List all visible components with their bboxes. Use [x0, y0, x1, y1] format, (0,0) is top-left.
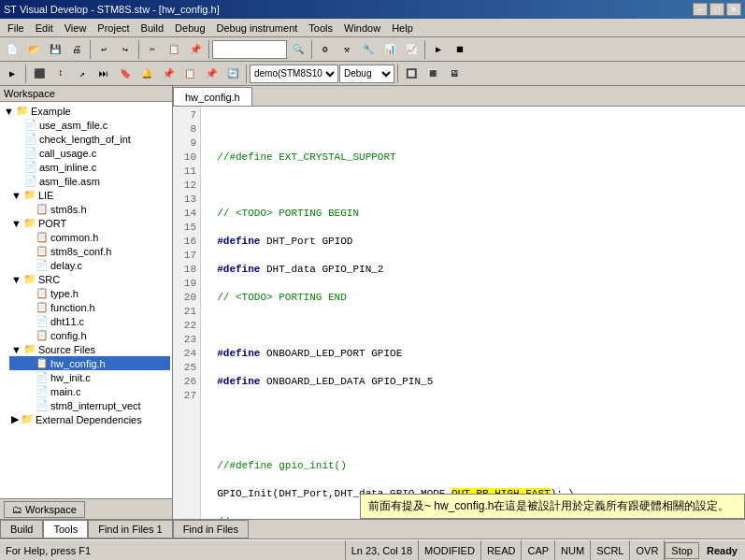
file-check-length[interactable]: 📄 check_length_of_int: [9, 132, 170, 146]
debug-btn7[interactable]: 📌: [158, 64, 179, 84]
search-input[interactable]: [212, 40, 287, 59]
file-icon: 📄: [24, 175, 37, 187]
new-button[interactable]: 📄: [2, 39, 22, 60]
code-line-15: #define ONBOARD_LED_PORT GPIOE: [205, 347, 741, 361]
minimize-button[interactable]: ─: [693, 3, 708, 16]
tb-btn6[interactable]: ⚒: [337, 39, 357, 60]
extra-btn3[interactable]: 🖥: [444, 64, 465, 84]
workspace-tab-button[interactable]: 🗂 Workspace: [4, 501, 85, 518]
tb-btn7[interactable]: 🔧: [358, 39, 379, 60]
file-hw-init-c[interactable]: 📄 hw_init.c: [9, 370, 170, 384]
folder-label: External Dependencies: [36, 414, 142, 425]
file-config-h[interactable]: 📋 config.h: [9, 328, 170, 342]
debug-btn6[interactable]: 🔔: [136, 64, 157, 84]
save-button[interactable]: 💾: [45, 39, 65, 60]
tab-find-files-1[interactable]: Find in Files 1: [88, 520, 172, 538]
redo-button[interactable]: ↪: [115, 39, 136, 60]
menu-project[interactable]: Project: [92, 21, 135, 36]
tb-btn11[interactable]: ⏹: [450, 39, 470, 60]
file-icon: 📄: [24, 161, 37, 173]
debug-btn8[interactable]: 📋: [179, 64, 200, 84]
tree-folder-port[interactable]: ▼ 📁 PORT: [9, 216, 170, 230]
cut-button[interactable]: ✂: [142, 39, 163, 60]
file-use-asm[interactable]: 📄 use_asm_file.c: [9, 118, 170, 132]
debug-start[interactable]: ▶: [2, 64, 22, 84]
example-files: 📄 use_asm_file.c 📄 check_length_of_int 📄…: [2, 118, 170, 426]
file-main-c[interactable]: 📄 main.c: [9, 384, 170, 398]
print-button[interactable]: 🖨: [66, 39, 87, 60]
file-label: asm_file.asm: [39, 176, 100, 187]
file-asm-file[interactable]: 📄 asm_file.asm: [9, 174, 170, 188]
debug-btn10[interactable]: 🔄: [222, 64, 243, 84]
tree-folder-src[interactable]: ▼ 📁 SRC: [9, 272, 170, 286]
status-ready: Ready: [699, 540, 745, 560]
menu-help[interactable]: Help: [386, 21, 419, 36]
paste-button[interactable]: 📌: [185, 39, 206, 60]
debug-btn5[interactable]: 🔖: [115, 64, 136, 84]
search-button[interactable]: 🔍: [288, 39, 308, 60]
menu-debug[interactable]: Debug: [169, 21, 210, 36]
extra-btn1[interactable]: 🔲: [401, 64, 422, 84]
copy-button[interactable]: 📋: [164, 39, 184, 60]
file-call-usage[interactable]: 📄 call_usage.c: [9, 146, 170, 160]
tb-btn9[interactable]: 📈: [401, 39, 422, 60]
menu-view[interactable]: View: [59, 21, 93, 36]
tree-folder-example[interactable]: ▼ 📁 Example: [2, 104, 170, 118]
tb-btn8[interactable]: 📊: [380, 39, 400, 60]
file-stm8-interrupt[interactable]: 📄 stm8_interrupt_vect: [9, 398, 170, 412]
tab-hw-config[interactable]: hw_config.h: [173, 87, 252, 106]
linenum-11: 11: [173, 165, 200, 179]
debug-btn4[interactable]: ⏭: [93, 64, 114, 84]
tree-folder-lie[interactable]: ▼ 📁 LIE: [9, 188, 170, 202]
folder-label: LIE: [38, 190, 54, 201]
menu-window[interactable]: Window: [338, 21, 386, 36]
extra-btn2[interactable]: 🔳: [423, 64, 443, 84]
open-button[interactable]: 📂: [23, 39, 44, 60]
stop-button[interactable]: Stop: [665, 542, 699, 559]
undo-button[interactable]: ↩: [93, 39, 114, 60]
tree-folder-external[interactable]: ▶ 📁 External Dependencies: [9, 412, 170, 426]
tb-btn10[interactable]: ▶: [428, 39, 449, 60]
file-stm8s-h[interactable]: 📋 stm8s.h: [9, 202, 170, 216]
tree-folder-source-files[interactable]: ▼ 📁 Source Files: [9, 342, 170, 356]
file-common-h[interactable]: 📋 common.h: [9, 230, 170, 244]
file-type-h[interactable]: 📋 type.h: [9, 286, 170, 300]
file-dht11-c[interactable]: 📄 dht11.c: [9, 314, 170, 328]
file-label: use_asm_file.c: [39, 120, 107, 131]
status-position: Ln 23, Col 18: [346, 540, 419, 560]
workspace-tree[interactable]: ▼ 📁 Example 📄 use_asm_file.c 📄 check_len…: [0, 102, 172, 498]
file-hw-config-h[interactable]: 📋 hw_config.h: [9, 356, 170, 370]
close-button[interactable]: ✕: [726, 3, 741, 16]
linenum-9: 9: [173, 136, 200, 151]
file-delay-c[interactable]: 📄 delay.c: [9, 258, 170, 272]
debug-btn3[interactable]: ↗: [72, 64, 93, 84]
status-ovr: OVR: [630, 540, 665, 560]
file-label: hw_config.h: [50, 358, 106, 369]
code-line-19: //#define gpio_init(): [205, 459, 741, 473]
menu-tools[interactable]: Tools: [303, 21, 338, 36]
tab-find-files-2[interactable]: Find in Files: [173, 520, 249, 538]
menu-edit[interactable]: Edit: [30, 21, 59, 36]
debug-btn2[interactable]: ↕: [50, 64, 71, 84]
debug-btn9[interactable]: 📌: [201, 64, 222, 84]
debug-btn1[interactable]: ⬛: [29, 64, 50, 84]
code-editor[interactable]: //#define EXT_CRYSTAL_SUPPORT // <TODO> …: [201, 107, 745, 519]
restore-button[interactable]: □: [709, 3, 724, 16]
file-label: delay.c: [50, 260, 82, 271]
code-container[interactable]: 7 8 9 10 11 12 13 14 15 16 17 18 19 20 2…: [173, 107, 745, 519]
tab-build[interactable]: Build: [0, 520, 43, 538]
project-select[interactable]: demo(STM8S10: [250, 65, 338, 83]
line-numbers: 7 8 9 10 11 12 13 14 15 16 17 18 19 20 2…: [173, 107, 201, 519]
config-select[interactable]: Debug Release: [339, 65, 394, 83]
menu-debug-instrument[interactable]: Debug instrument: [211, 21, 304, 36]
linenum-7: 7: [173, 108, 200, 122]
linenum-14: 14: [173, 207, 200, 221]
linenum-26: 26: [173, 375, 200, 389]
file-stm8s-conf[interactable]: 📋 stm8s_conf.h: [9, 244, 170, 258]
tb-btn5[interactable]: ⚙: [315, 39, 336, 60]
file-asm-inline[interactable]: 📄 asm_inline.c: [9, 160, 170, 174]
file-function-h[interactable]: 📋 function.h: [9, 300, 170, 314]
tab-tools[interactable]: Tools: [43, 520, 88, 538]
menu-build[interactable]: Build: [136, 21, 169, 36]
menu-file[interactable]: File: [2, 21, 30, 36]
